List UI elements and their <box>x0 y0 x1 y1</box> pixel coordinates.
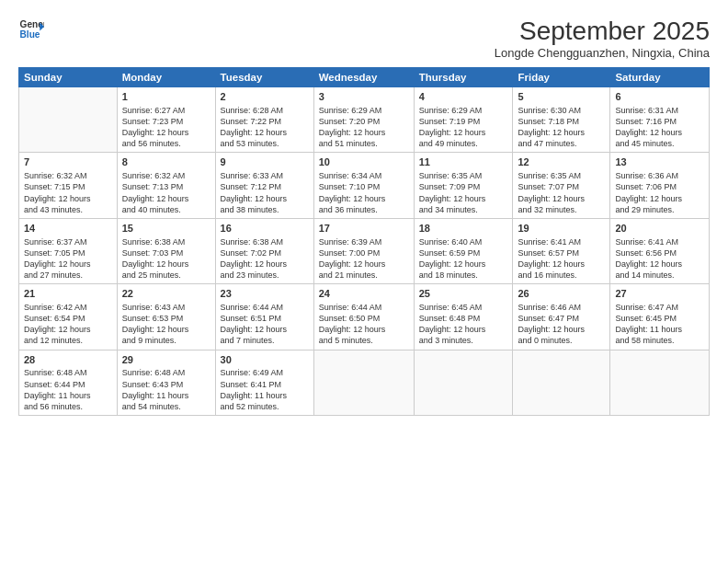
title-block: September 2025 Longde Chengguanzhen, Nin… <box>495 17 710 60</box>
cell-info: Daylight: 12 hours <box>319 193 409 204</box>
cell-info: and 56 minutes. <box>122 138 210 149</box>
calendar-cell: 11Sunrise: 6:35 AMSunset: 7:09 PMDayligh… <box>414 153 513 218</box>
cell-info: Daylight: 12 hours <box>518 259 605 270</box>
col-header-friday: Friday <box>513 68 610 87</box>
cell-info: and 23 minutes. <box>221 270 309 281</box>
day-number: 17 <box>319 222 409 236</box>
cell-info: Sunrise: 6:32 AM <box>24 170 112 181</box>
cell-info: Sunset: 7:05 PM <box>24 247 112 259</box>
cell-info: and 40 minutes. <box>122 204 210 215</box>
cell-info: Sunrise: 6:41 AM <box>615 236 704 247</box>
cell-info: Sunrise: 6:41 AM <box>518 236 605 247</box>
day-number: 8 <box>122 155 210 169</box>
cell-info: Sunrise: 6:45 AM <box>419 302 508 313</box>
cell-info: Daylight: 12 hours <box>122 127 210 138</box>
cell-info: Sunset: 7:13 PM <box>122 181 210 192</box>
calendar-cell: 21Sunrise: 6:42 AMSunset: 6:54 PMDayligh… <box>19 284 118 350</box>
cell-info: Sunset: 6:43 PM <box>122 379 210 390</box>
cell-info: Sunset: 6:48 PM <box>419 313 508 324</box>
col-header-thursday: Thursday <box>414 68 513 87</box>
cell-info: and 21 minutes. <box>319 270 409 281</box>
cell-info: Sunrise: 6:28 AM <box>221 105 309 116</box>
cell-info: Sunset: 7:02 PM <box>221 247 309 259</box>
calendar-cell: 22Sunrise: 6:43 AMSunset: 6:53 PMDayligh… <box>117 284 215 350</box>
day-number: 30 <box>221 353 309 367</box>
cell-info: and 16 minutes. <box>518 270 605 281</box>
cell-info: and 3 minutes. <box>419 335 508 346</box>
cell-info: Sunset: 7:18 PM <box>518 116 605 127</box>
cell-info: Sunset: 7:10 PM <box>319 181 409 192</box>
cell-info: Sunrise: 6:38 AM <box>221 236 309 247</box>
cell-info: Sunset: 7:00 PM <box>319 247 409 259</box>
calendar-cell: 5Sunrise: 6:30 AMSunset: 7:18 PMDaylight… <box>513 87 610 153</box>
cell-info: Sunrise: 6:35 AM <box>518 170 605 181</box>
cell-info: and 5 minutes. <box>319 335 409 346</box>
day-number: 21 <box>24 287 112 301</box>
cell-info: Sunrise: 6:44 AM <box>221 302 309 313</box>
cell-info: Sunrise: 6:48 AM <box>122 367 210 378</box>
cell-info: Sunrise: 6:42 AM <box>24 302 112 313</box>
header: General Blue September 2025 Longde Cheng… <box>18 17 710 60</box>
calendar-cell: 9Sunrise: 6:33 AMSunset: 7:12 PMDaylight… <box>215 153 313 218</box>
day-number: 6 <box>615 90 704 104</box>
day-number: 19 <box>518 222 605 236</box>
cell-info: Daylight: 12 hours <box>419 127 508 138</box>
cell-info: Daylight: 12 hours <box>419 324 508 335</box>
cell-info: Daylight: 12 hours <box>615 127 704 138</box>
cell-info: and 56 minutes. <box>24 401 112 412</box>
cell-info: Sunrise: 6:35 AM <box>419 170 508 181</box>
cell-info: Daylight: 12 hours <box>24 193 112 204</box>
cell-info: and 52 minutes. <box>221 401 309 412</box>
calendar-cell: 8Sunrise: 6:32 AMSunset: 7:13 PMDaylight… <box>117 153 215 218</box>
calendar-cell: 15Sunrise: 6:38 AMSunset: 7:03 PMDayligh… <box>117 218 215 283</box>
day-number: 23 <box>221 287 309 301</box>
cell-info: Daylight: 12 hours <box>319 324 409 335</box>
cell-info: Sunrise: 6:31 AM <box>615 105 704 116</box>
cell-info: and 47 minutes. <box>518 138 605 149</box>
calendar-cell <box>610 350 710 415</box>
cell-info: Daylight: 12 hours <box>615 259 704 270</box>
day-number: 7 <box>24 155 112 169</box>
cell-info: Daylight: 12 hours <box>122 324 210 335</box>
calendar-cell: 24Sunrise: 6:44 AMSunset: 6:50 PMDayligh… <box>313 284 414 350</box>
calendar-cell: 1Sunrise: 6:27 AMSunset: 7:23 PMDaylight… <box>117 87 215 153</box>
cell-info: Sunset: 7:23 PM <box>122 116 210 127</box>
cell-info: Sunrise: 6:33 AM <box>221 170 309 181</box>
calendar-week-row: 1Sunrise: 6:27 AMSunset: 7:23 PMDaylight… <box>19 87 710 153</box>
cell-info: Daylight: 12 hours <box>24 324 112 335</box>
day-number: 22 <box>122 287 210 301</box>
calendar-cell: 27Sunrise: 6:47 AMSunset: 6:45 PMDayligh… <box>610 284 710 350</box>
calendar-cell <box>414 350 513 415</box>
cell-info: Sunset: 7:19 PM <box>419 116 508 127</box>
cell-info: Sunrise: 6:29 AM <box>319 105 409 116</box>
day-number: 2 <box>221 90 309 104</box>
cell-info: Sunset: 6:41 PM <box>221 379 309 390</box>
cell-info: Sunset: 7:22 PM <box>221 116 309 127</box>
cell-info: Sunrise: 6:47 AM <box>615 302 704 313</box>
calendar-cell: 18Sunrise: 6:40 AMSunset: 6:59 PMDayligh… <box>414 218 513 283</box>
col-header-tuesday: Tuesday <box>215 68 313 87</box>
cell-info: Daylight: 11 hours <box>122 390 210 401</box>
cell-info: Sunset: 6:57 PM <box>518 247 605 259</box>
day-number: 1 <box>122 90 210 104</box>
cell-info: Daylight: 12 hours <box>221 127 309 138</box>
calendar-cell: 12Sunrise: 6:35 AMSunset: 7:07 PMDayligh… <box>513 153 610 218</box>
cell-info: Sunset: 6:51 PM <box>221 313 309 324</box>
cell-info: Daylight: 12 hours <box>221 193 309 204</box>
cell-info: Sunrise: 6:39 AM <box>319 236 409 247</box>
cell-info: Daylight: 12 hours <box>319 259 409 270</box>
calendar-cell: 2Sunrise: 6:28 AMSunset: 7:22 PMDaylight… <box>215 87 313 153</box>
cell-info: and 34 minutes. <box>419 204 508 215</box>
day-number: 24 <box>319 287 409 301</box>
cell-info: Daylight: 12 hours <box>419 259 508 270</box>
cell-info: Daylight: 12 hours <box>319 127 409 138</box>
cell-info: Sunset: 7:16 PM <box>615 116 704 127</box>
cell-info: Sunrise: 6:27 AM <box>122 105 210 116</box>
cell-info: Sunrise: 6:46 AM <box>518 302 605 313</box>
calendar-cell: 23Sunrise: 6:44 AMSunset: 6:51 PMDayligh… <box>215 284 313 350</box>
cell-info: Daylight: 12 hours <box>615 193 704 204</box>
cell-info: Daylight: 12 hours <box>518 324 605 335</box>
day-number: 28 <box>24 353 112 367</box>
cell-info: and 12 minutes. <box>24 335 112 346</box>
day-number: 15 <box>122 222 210 236</box>
